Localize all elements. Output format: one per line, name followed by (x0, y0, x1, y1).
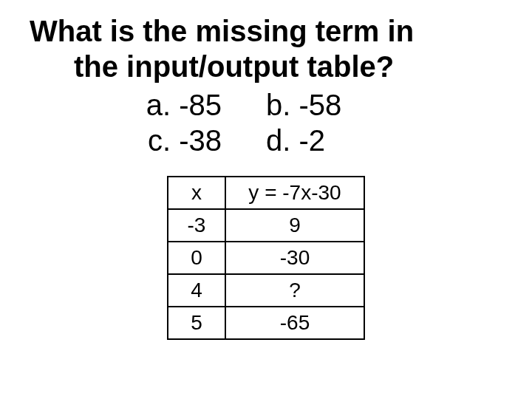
choice-a: a. -85 (0, 87, 251, 123)
answer-choices: a. -85 b. -58 c. -38 d. -2 (0, 87, 532, 158)
table-header-row: x y = -7x-30 (168, 177, 364, 209)
choice-c: c. -38 (0, 123, 251, 158)
header-y: y = -7x-30 (225, 177, 364, 209)
cell-y: -65 (225, 307, 364, 339)
cell-y: ? (225, 274, 364, 307)
header-x: x (168, 177, 225, 209)
table-row: 5 -65 (168, 307, 364, 339)
table-row: 4 ? (168, 274, 364, 307)
cell-x: 5 (168, 307, 225, 339)
question-line-2: the input/output table? (74, 49, 532, 84)
cell-x: 4 (168, 274, 225, 307)
choice-d: d. -2 (251, 123, 473, 158)
question-text: What is the missing term in the input/ou… (30, 13, 532, 84)
table-row: 0 -30 (168, 242, 364, 274)
question-line-1: What is the missing term in (30, 13, 532, 49)
cell-y: -30 (225, 242, 364, 274)
cell-y: 9 (225, 209, 364, 242)
worksheet-page: What is the missing term in the input/ou… (0, 0, 532, 340)
choice-b: b. -58 (251, 87, 473, 123)
table-row: -3 9 (168, 209, 364, 242)
cell-x: 0 (168, 242, 225, 274)
cell-x: -3 (168, 209, 225, 242)
io-table: x y = -7x-30 -3 9 0 -30 4 ? 5 -65 (167, 176, 365, 340)
